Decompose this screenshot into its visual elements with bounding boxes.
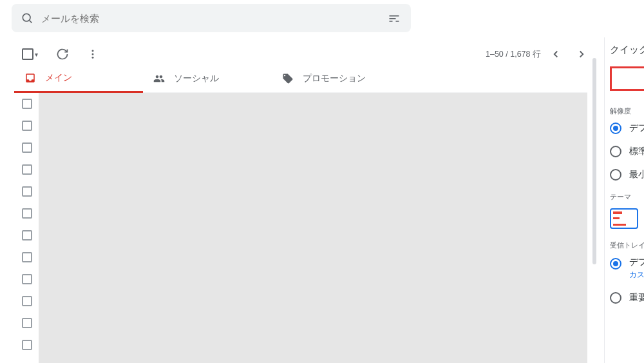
- row-checkbox[interactable]: [22, 164, 32, 175]
- option-label: 最小: [629, 169, 644, 181]
- prev-page-button[interactable]: [545, 44, 567, 64]
- svg-point-0: [23, 14, 30, 21]
- radio-icon: [610, 258, 621, 270]
- row-checkbox[interactable]: [22, 208, 32, 219]
- pagination: 1–50 / 1,678 行: [486, 44, 592, 64]
- pagination-text: 1–50 / 1,678 行: [486, 49, 541, 60]
- chevron-down-icon: ▾: [35, 51, 38, 58]
- inbox-option-important[interactable]: 重要: [610, 292, 644, 304]
- tab-social[interactable]: ソーシャル: [143, 64, 272, 93]
- row-checkbox[interactable]: [22, 252, 32, 262]
- density-option-compact[interactable]: 最小: [610, 169, 644, 181]
- more-button[interactable]: [83, 44, 102, 64]
- radio-icon: [610, 146, 621, 157]
- svg-point-3: [92, 54, 94, 55]
- svg-point-2: [92, 50, 94, 52]
- theme-thumbnail[interactable]: [610, 208, 638, 229]
- density-option-standard[interactable]: 標準: [610, 146, 644, 157]
- search-bar: [12, 4, 411, 32]
- row-checkbox[interactable]: [22, 99, 32, 109]
- tab-promotions[interactable]: プロモーション: [272, 64, 401, 93]
- svg-line-1: [30, 21, 32, 23]
- density-option-default[interactable]: デフ: [610, 123, 644, 134]
- row-checkbox[interactable]: [22, 121, 32, 131]
- mail-list: [14, 93, 587, 363]
- row-checkbox[interactable]: [22, 230, 32, 240]
- tab-label: ソーシャル: [174, 73, 219, 84]
- table-row[interactable]: [14, 312, 587, 334]
- next-page-button[interactable]: [571, 44, 592, 64]
- option-sublabel[interactable]: カス: [629, 270, 644, 280]
- people-icon: [153, 73, 165, 84]
- tag-icon: [282, 73, 294, 84]
- inbox-icon: [24, 72, 36, 84]
- option-label: デフ: [629, 123, 644, 134]
- section-label-resolution: 解像度: [610, 106, 644, 116]
- inbox-option-default[interactable]: デフ カス: [610, 257, 644, 280]
- radio-icon: [610, 123, 621, 134]
- select-all-checkbox[interactable]: ▾: [18, 44, 42, 64]
- tab-label: プロモーション: [303, 73, 366, 84]
- search-input[interactable]: [41, 13, 383, 24]
- option-label: デフ カス: [629, 257, 644, 280]
- radio-icon: [610, 169, 621, 181]
- table-row[interactable]: [14, 93, 587, 115]
- table-row[interactable]: [14, 115, 587, 137]
- search-options-icon[interactable]: [383, 6, 406, 30]
- category-tabs: メイン ソーシャル プロモーション: [14, 64, 587, 93]
- row-checkbox[interactable]: [22, 274, 32, 284]
- option-label: 重要: [629, 292, 644, 304]
- table-row[interactable]: [14, 268, 587, 290]
- row-checkbox[interactable]: [22, 318, 32, 328]
- row-checkbox[interactable]: [22, 340, 32, 350]
- row-checkbox[interactable]: [22, 142, 32, 153]
- tab-label: メイン: [45, 72, 72, 84]
- table-row[interactable]: [14, 181, 587, 202]
- quick-settings-panel: クイック 解像度 デフ 標準 最小 テーマ 受信トレイ デフ カス 重要: [604, 37, 644, 363]
- row-checkbox[interactable]: [22, 296, 32, 306]
- table-row[interactable]: [14, 246, 587, 268]
- search-icon: [21, 12, 33, 25]
- radio-icon: [610, 292, 621, 304]
- table-row[interactable]: [14, 159, 587, 181]
- table-row[interactable]: [14, 334, 587, 356]
- panel-title: クイック: [610, 44, 644, 56]
- table-row[interactable]: [14, 290, 587, 312]
- tab-primary[interactable]: メイン: [14, 64, 143, 93]
- option-label: 標準: [629, 146, 644, 157]
- highlight-box: [610, 66, 644, 91]
- table-row[interactable]: [14, 137, 587, 159]
- row-checkbox[interactable]: [22, 186, 32, 197]
- refresh-button[interactable]: [52, 44, 73, 64]
- section-label-theme: テーマ: [610, 192, 644, 202]
- table-row[interactable]: [14, 224, 587, 246]
- scrollbar[interactable]: [592, 58, 596, 264]
- search-field-wrap[interactable]: [12, 4, 411, 32]
- svg-point-4: [92, 57, 94, 59]
- section-label-inbox: 受信トレイ: [610, 240, 644, 250]
- table-row[interactable]: [14, 202, 587, 224]
